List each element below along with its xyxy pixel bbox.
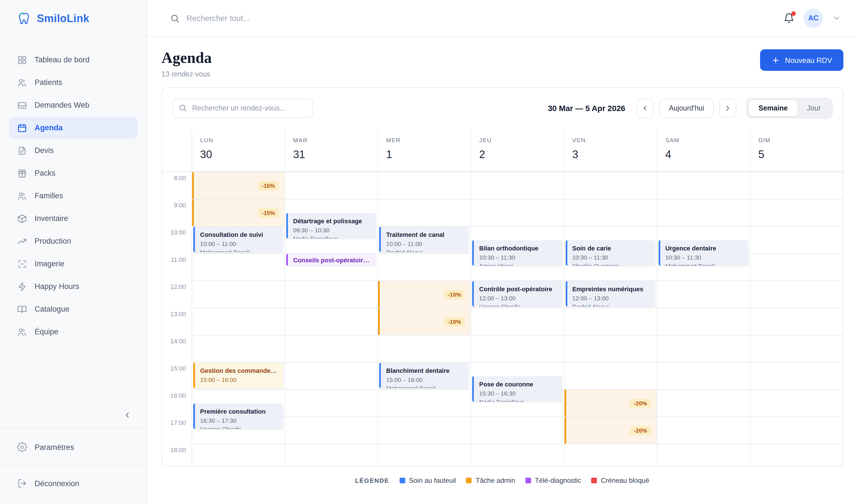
- happy-hour-block[interactable]: -20%: [564, 417, 657, 444]
- event-card[interactable]: Contrôle post-opératoire12:00 – 13:00Has…: [472, 281, 562, 306]
- new-appointment-button[interactable]: Nouveau RDV: [760, 49, 843, 71]
- view-week-tab[interactable]: Semaine: [749, 100, 797, 116]
- sidebar-item-equipe[interactable]: Équipe: [9, 321, 138, 343]
- event-title: Bilan orthodontique: [472, 240, 562, 252]
- sidebar-item-familles[interactable]: Familles: [9, 185, 138, 207]
- event-card[interactable]: Blanchiment dentaire15:00 – 16:00Mohamme…: [380, 363, 469, 388]
- day-number-label: 30: [200, 149, 285, 161]
- sidebar-collapse-button[interactable]: [121, 410, 133, 422]
- today-button[interactable]: Aujourd'hui: [659, 99, 713, 118]
- event-patient: Khadija Ouazzani: [565, 262, 655, 266]
- sidebar-item-label: Devis: [35, 146, 54, 155]
- day-column-sam[interactable]: Urgence dentaire10:30 – 11:30Mohammed Be…: [657, 172, 750, 467]
- event-card[interactable]: Pose de couronne15:30 – 16:30Nadia Benje…: [472, 376, 562, 402]
- day-header-ven[interactable]: VEN3: [564, 129, 657, 171]
- event-card[interactable]: Conseils post-opératoir…: [286, 254, 376, 266]
- day-name-label: JEU: [479, 137, 564, 144]
- event-title: Consultation de suivi: [193, 226, 283, 238]
- day-header-dim[interactable]: DIM5: [750, 129, 843, 171]
- event-time: 10:00 – 11:00: [193, 238, 283, 248]
- sidebar-item-patients[interactable]: Patients: [9, 71, 138, 94]
- event-title: Blanchiment dentaire: [380, 363, 469, 374]
- event-card[interactable]: Consultation de suivi10:00 – 11:00Mohamm…: [193, 226, 283, 252]
- legend-item-telediagnostic: Télé-diagnostic: [525, 476, 581, 485]
- sidebar-item-tableau-de-bord[interactable]: Tableau de bord: [9, 49, 138, 71]
- event-title: Pose de couronne: [472, 376, 562, 388]
- discount-badge: -20%: [630, 425, 651, 435]
- scan-icon: [17, 259, 27, 269]
- happy-hour-block[interactable]: -10%: [378, 308, 471, 335]
- day-column-mar[interactable]: Détartrage et polissage09:30 – 10:30Nadi…: [285, 172, 377, 467]
- legend-item-creneau-bloque: Créneau bloqué: [591, 476, 649, 485]
- sidebar-item-deconnexion[interactable]: Déconnexion: [9, 472, 138, 494]
- sidebar-item-packs[interactable]: Packs: [9, 162, 138, 184]
- happy-hour-block[interactable]: -15%: [192, 199, 285, 226]
- view-day-tab[interactable]: Jour: [797, 100, 830, 116]
- sidebar-item-inventaire[interactable]: Inventaire: [9, 207, 138, 230]
- page-header: Agenda 13 rendez-vous Nouveau RDV: [147, 37, 857, 78]
- event-time: 15:00 – 16:00: [193, 374, 283, 384]
- event-card[interactable]: Urgence dentaire10:30 – 11:30Mohammed Be…: [658, 240, 748, 266]
- sidebar-item-demandes-web[interactable]: Demandes Web: [9, 94, 138, 116]
- brand-name: SmiloLink: [37, 12, 89, 24]
- day-name-label: VEN: [572, 137, 657, 144]
- calendar-grid: 8:009:0010:0011:0012:0013:0014:0015:0016…: [162, 172, 843, 467]
- sidebar-item-production[interactable]: Production: [9, 230, 138, 252]
- happy-hour-block[interactable]: -10%: [378, 281, 471, 308]
- sidebar-item-imagerie[interactable]: Imagerie: [9, 253, 138, 275]
- day-header-lun[interactable]: LUN30: [191, 129, 285, 171]
- event-card[interactable]: Traitement de canal10:00 – 11:00Rachid A…: [380, 226, 469, 252]
- event-title: Contrôle post-opératoire: [472, 281, 562, 293]
- time-label: 12:00: [170, 283, 186, 290]
- global-search-input[interactable]: [186, 14, 413, 23]
- main-area: AC Agenda 13 rendez-vous Nouveau RDV: [147, 0, 857, 504]
- day-column-ven[interactable]: -20%-20%Soin de carie10:30 – 11:30Khadij…: [564, 172, 657, 467]
- sidebar-item-label: Déconnexion: [35, 479, 79, 488]
- time-label: 11:00: [171, 256, 186, 263]
- day-column-dim[interactable]: [750, 172, 843, 467]
- event-card[interactable]: Gestion des commande…15:00 – 16:00: [193, 363, 283, 388]
- event-title: Urgence dentaire: [658, 240, 748, 252]
- event-patient: Rachid Alaoui: [565, 303, 655, 306]
- legend-swatch: [591, 478, 597, 483]
- time-label: 18:00: [170, 447, 186, 453]
- discount-badge: -10%: [444, 289, 465, 299]
- day-header-sam[interactable]: SAM4: [657, 129, 750, 171]
- avatar[interactable]: AC: [804, 9, 823, 28]
- prev-week-button[interactable]: [637, 99, 654, 118]
- event-card[interactable]: Soin de carie10:30 – 11:30Khadija Ouazza…: [565, 240, 655, 266]
- day-column-mer[interactable]: -10%-10%Traitement de canal10:00 – 11:00…: [378, 172, 471, 467]
- sidebar-nav: Tableau de bordPatientsDemandes WebAgend…: [0, 37, 147, 343]
- happy-hour-block[interactable]: -20%: [564, 390, 657, 417]
- sidebar-item-parametres[interactable]: Paramètres: [9, 436, 138, 458]
- sidebar-item-happy-hours[interactable]: Happy Hours: [9, 275, 138, 298]
- sidebar-item-label: Imagerie: [35, 259, 64, 268]
- next-week-button[interactable]: [720, 99, 737, 118]
- day-column-lun[interactable]: -15%-15%Consultation de suivi10:00 – 11:…: [191, 172, 285, 467]
- event-card[interactable]: Détartrage et polissage09:30 – 10:30Nadi…: [286, 213, 376, 238]
- sidebar-item-agenda[interactable]: Agenda: [9, 117, 138, 139]
- time-label: 17:00: [170, 419, 186, 426]
- notifications-button[interactable]: [783, 13, 795, 24]
- happy-hour-block[interactable]: -15%: [192, 172, 285, 199]
- appointment-search-input[interactable]: [172, 99, 313, 118]
- sidebar-footer-settings: Paramètres: [0, 428, 147, 466]
- event-title: Empreintes numériques: [565, 281, 655, 293]
- event-card[interactable]: Première consultation16:30 – 17:30Hassan…: [193, 403, 283, 429]
- event-time: 10:00 – 11:00: [380, 238, 469, 248]
- day-column-jeu[interactable]: Bilan orthodontique10:30 – 11:30Amina Id…: [471, 172, 564, 467]
- day-header-mar[interactable]: MAR31: [285, 129, 377, 171]
- sidebar-item-catalogue[interactable]: Catalogue: [9, 298, 138, 320]
- event-title: Traitement de canal: [380, 226, 469, 238]
- brand-logo[interactable]: SmiloLink: [0, 0, 147, 37]
- day-header-jeu[interactable]: JEU2: [471, 129, 564, 171]
- dashboard-icon: [17, 55, 27, 65]
- day-header-mer[interactable]: MER1: [378, 129, 471, 171]
- sidebar-item-devis[interactable]: Devis: [9, 139, 138, 162]
- chevron-down-icon[interactable]: [832, 14, 841, 23]
- users-icon: [17, 77, 27, 87]
- event-card[interactable]: Empreintes numériques12:00 – 13:00Rachid…: [565, 281, 655, 306]
- time-label: 14:00: [170, 338, 186, 345]
- settings-icon: [17, 442, 27, 452]
- event-card[interactable]: Bilan orthodontique10:30 – 11:30Amina Id…: [472, 240, 562, 266]
